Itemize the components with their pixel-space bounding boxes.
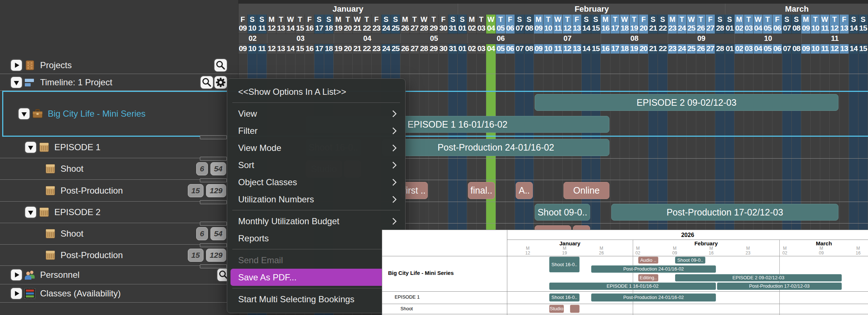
day-header-cell[interactable]: S24 <box>381 15 391 34</box>
day-number-cell[interactable]: 15 <box>591 43 601 54</box>
day-number-cell[interactable]: 06 <box>505 43 515 54</box>
pdf-gantt-bar[interactable]: Shoot 16-0.. <box>549 257 580 272</box>
month-header-march[interactable]: March <box>725 4 868 15</box>
day-header-cell[interactable]: F16 <box>305 15 314 34</box>
day-number-cell[interactable]: 31 <box>448 43 458 54</box>
menu-item-utilization-numbers[interactable]: Utilization Numbers <box>227 191 405 208</box>
day-number-cell[interactable]: 03 <box>477 43 486 54</box>
day-header-cell[interactable]: T10 <box>543 15 553 34</box>
day-number-cell[interactable]: 28 <box>715 43 725 54</box>
sidebar-row-timeline-1-project[interactable]: Timeline: 1 Project <box>0 74 238 91</box>
day-number-cell[interactable]: 16 <box>305 43 314 54</box>
gantt-bar[interactable]: Online <box>563 182 609 199</box>
day-number-cell[interactable]: 05 <box>496 43 505 54</box>
sidebar-row-big-city-life-mini-series[interactable]: Big City Life - Mini Series <box>2 91 238 137</box>
day-number-cell[interactable]: 14 <box>849 43 859 54</box>
day-header-cell[interactable]: S07 <box>515 15 524 34</box>
day-number-cell[interactable]: 13 <box>840 43 849 54</box>
day-header-cell[interactable]: S31 <box>448 15 458 34</box>
sidebar-row-shoot[interactable]: Shoot654 <box>0 223 238 245</box>
day-header-cell[interactable]: S21 <box>648 15 658 34</box>
day-number-cell[interactable]: 10 <box>543 43 553 54</box>
day-header-cell[interactable]: T24 <box>677 15 687 34</box>
day-number-cell[interactable]: 26 <box>696 43 706 54</box>
day-number-cell[interactable]: 25 <box>687 43 696 54</box>
day-number-cell[interactable]: 01 <box>725 43 735 54</box>
day-number-cell[interactable]: 29 <box>429 43 439 54</box>
pdf-gantt-bar[interactable]: Post-Production 17-02/12-03 <box>717 283 842 290</box>
day-header-cell[interactable]: T12 <box>830 15 840 34</box>
day-header-cell[interactable]: F13 <box>572 15 582 34</box>
day-header-cell[interactable]: M09 <box>801 15 811 34</box>
row-resize-handle[interactable] <box>200 178 227 182</box>
gantt-bar[interactable]: final.. <box>468 182 495 199</box>
day-header-cell[interactable]: F09 <box>238 15 248 34</box>
day-number-cell[interactable]: 19 <box>629 43 639 54</box>
day-number-cell[interactable]: 27 <box>706 43 715 54</box>
day-number-cell[interactable]: 11 <box>553 43 563 54</box>
day-header-cell[interactable]: S28 <box>715 15 725 34</box>
day-header-cell[interactable]: S11 <box>257 15 267 34</box>
gantt-bar[interactable]: A.. <box>516 182 533 199</box>
day-header-cell[interactable]: W11 <box>553 15 563 34</box>
week-number-cell[interactable]: 08 <box>601 34 668 43</box>
day-header-cell[interactable]: S22 <box>658 15 668 34</box>
day-number-cell[interactable]: 08 <box>524 43 534 54</box>
day-header-cell[interactable]: T03 <box>744 15 753 34</box>
day-number-cell[interactable]: 22 <box>362 43 372 54</box>
row-resize-handle[interactable] <box>200 157 227 161</box>
sidebar-row-personnel[interactable]: Personnel <box>0 266 238 284</box>
row-resize-handle[interactable] <box>200 243 227 247</box>
day-header-cell[interactable]: F06 <box>772 15 782 34</box>
sidebar-row-post-production[interactable]: Post-Production15129 <box>0 180 238 202</box>
menu-item-view-mode[interactable]: View Mode <box>227 139 405 156</box>
menu-item-reports[interactable]: Reports <box>227 230 405 247</box>
day-number-cell[interactable]: 12 <box>563 43 572 54</box>
day-header-cell[interactable]: T12 <box>563 15 572 34</box>
day-number-cell[interactable]: 15 <box>295 43 305 54</box>
day-number-cell[interactable]: 04 <box>753 43 763 54</box>
pdf-gantt-bar[interactable]: Studio <box>549 305 564 313</box>
day-number-cell[interactable]: 09 <box>238 43 248 54</box>
day-header-cell[interactable]: F06 <box>505 15 515 34</box>
day-number-cell[interactable]: 09 <box>801 43 811 54</box>
menu-item-object-classes[interactable]: Object Classes <box>227 174 405 191</box>
day-header-cell[interactable]: M02 <box>467 15 477 34</box>
sidebar-row-projects[interactable]: Projects <box>0 57 238 74</box>
day-number-cell[interactable]: 12 <box>267 43 276 54</box>
week-number-cell[interactable]: 06 <box>467 34 534 43</box>
week-number-cell[interactable]: 04 <box>334 34 400 43</box>
day-header-cell[interactable]: T19 <box>629 15 639 34</box>
pdf-gantt-bar[interactable]: EPISODE 1 16-01/16-02 <box>549 283 716 290</box>
week-number-cell[interactable]: 03 <box>267 34 334 43</box>
day-header-cell[interactable]: S01 <box>725 15 735 34</box>
day-number-cell[interactable]: 08 <box>792 43 801 54</box>
pdf-gantt-bar[interactable]: Audio .. <box>638 257 658 264</box>
day-header-cell[interactable]: S08 <box>524 15 534 34</box>
month-header-january[interactable]: January <box>238 4 458 15</box>
day-header-cell[interactable]: S14 <box>849 15 859 34</box>
day-number-cell[interactable]: 09 <box>534 43 543 54</box>
sidebar-row-post-production[interactable]: Post-Production15129 <box>0 245 238 266</box>
search-button[interactable] <box>201 76 213 89</box>
menu-item-filter[interactable]: Filter <box>227 122 405 139</box>
day-header-cell[interactable]: T03 <box>477 15 486 34</box>
expand-collapse-button[interactable] <box>19 108 30 119</box>
day-number-cell[interactable]: 14 <box>286 43 295 54</box>
day-number-cell[interactable]: 14 <box>582 43 591 54</box>
day-number-cell[interactable]: 07 <box>782 43 792 54</box>
day-number-cell[interactable]: 01 <box>458 43 467 54</box>
day-header-cell[interactable]: W04 <box>486 15 496 34</box>
search-button[interactable] <box>214 59 227 71</box>
week-number-cell[interactable]: 11 <box>801 34 868 43</box>
day-number-cell[interactable]: 20 <box>639 43 648 54</box>
expand--button[interactable] <box>11 269 22 280</box>
row-resize-handle[interactable] <box>200 200 227 204</box>
day-header-cell[interactable]: T13 <box>276 15 286 34</box>
menu-item-start-multi-selecting-bookings[interactable]: Start Multi Selecting Bookings <box>227 291 405 308</box>
day-header-cell[interactable]: T29 <box>429 15 439 34</box>
week-number-cell[interactable]: 05 <box>400 34 467 43</box>
day-number-cell[interactable]: 11 <box>257 43 267 54</box>
day-header-cell[interactable]: S18 <box>324 15 334 34</box>
day-number-cell[interactable]: 10 <box>248 43 257 54</box>
